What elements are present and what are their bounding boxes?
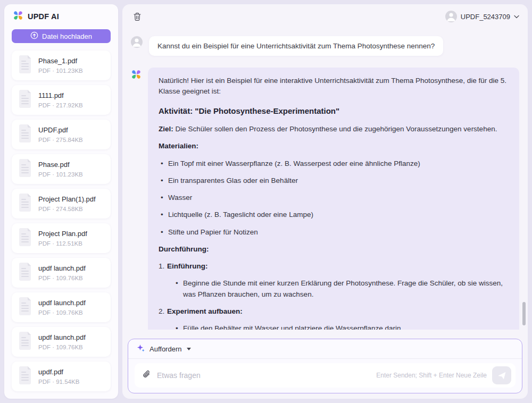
file-list-item[interactable]: updf launch.pdf PDF · 109.76KB bbox=[12, 292, 111, 322]
message-list: Kannst du ein Beispiel für eine Unterric… bbox=[122, 29, 528, 330]
file-name: updf launch.pdf bbox=[38, 333, 86, 342]
file-list-item[interactable]: updf launch.pdf PDF · 109.76KB bbox=[12, 327, 111, 357]
pdf-file-icon bbox=[17, 366, 33, 387]
file-list-item[interactable]: updf launch.pdf PDF · 109.76KB bbox=[12, 258, 111, 288]
file-meta: PDF · 275.84KB bbox=[38, 137, 83, 143]
procedure-steps: 1.Einführung: Beginne die Stunde mit ein… bbox=[159, 261, 509, 330]
file-name: UPDF.pdf bbox=[38, 126, 83, 135]
file-meta: PDF · 217.92KB bbox=[38, 102, 83, 108]
file-name: updf launch.pdf bbox=[38, 264, 86, 273]
file-list-item[interactable]: Phase_1.pdf PDF · 101.23KB bbox=[12, 51, 111, 80]
pdf-file-icon bbox=[17, 332, 33, 352]
materials-list: Ein Topf mit einer Wasserpflanze (z. B. … bbox=[160, 158, 509, 238]
file-meta: PDF · 112.51KB bbox=[38, 240, 87, 247]
scrollbar-thumb[interactable] bbox=[522, 302, 526, 325]
send-plane-icon bbox=[497, 371, 506, 380]
file-meta: PDF · 274.58KB bbox=[38, 206, 96, 212]
materials-label: Materialien: bbox=[159, 141, 509, 152]
file-meta: PDF · 101.23KB bbox=[38, 68, 83, 74]
step-bullet: Fülle den Behälter mit Wasser und platzi… bbox=[174, 323, 509, 330]
pdf-file-icon bbox=[17, 55, 33, 75]
upload-button-label: Datei hochladen bbox=[42, 32, 92, 40]
procedure-label: Durchführung: bbox=[159, 244, 509, 255]
ai-message-bubble: Natürlich! Hier ist ein Beispiel für ein… bbox=[148, 68, 519, 330]
file-meta: PDF · 101.23KB bbox=[38, 171, 83, 178]
message-input-row: Enter Senden; Shift + Enter Neue Zeile bbox=[135, 363, 516, 388]
file-list: Phase_1.pdf PDF · 101.23KB bbox=[4, 48, 118, 399]
file-list-item[interactable]: Project Plan(1).pdf PDF · 274.58KB bbox=[12, 189, 111, 219]
pdf-file-icon bbox=[17, 194, 33, 214]
step-number: 1. bbox=[159, 261, 167, 272]
file-meta: PDF · 109.76KB bbox=[38, 275, 86, 281]
pdf-file-icon bbox=[17, 228, 33, 248]
chevron-down-icon bbox=[514, 15, 519, 19]
upload-file-button[interactable]: Datei hochladen bbox=[12, 29, 111, 43]
file-name: 1111.pdf bbox=[38, 91, 83, 100]
file-list-item[interactable]: Project Plan.pdf PDF · 112.51KB bbox=[12, 223, 111, 253]
file-name: Project Plan(1).pdf bbox=[38, 195, 96, 204]
file-name: Project Plan.pdf bbox=[38, 230, 87, 238]
user-avatar bbox=[445, 11, 457, 22]
material-item: Ein Topf mit einer Wasserpflanze (z. B. … bbox=[160, 158, 509, 169]
send-button[interactable] bbox=[492, 366, 511, 384]
app-header: UPDF AI bbox=[4, 4, 118, 28]
composer: Auffordern Enter Senden; Shift + Enter N… bbox=[128, 339, 522, 393]
activity-title: Aktivität: "Die Photosynthese-Experiment… bbox=[159, 105, 509, 117]
prompt-mode-label: Auffordern bbox=[149, 345, 181, 353]
file-name: updf launch.pdf bbox=[38, 299, 86, 307]
ai-message-row: Natürlich! Hier ist ein Beispiel für ein… bbox=[122, 68, 528, 330]
step-bullets: Beginne die Stunde mit einer kurzen Erkl… bbox=[174, 278, 509, 300]
material-item: Ein transparentes Glas oder ein Behälter bbox=[160, 175, 509, 186]
file-meta: PDF · 109.76KB bbox=[38, 344, 86, 350]
material-item: Wasser bbox=[160, 192, 509, 203]
step-bullet: Beginne die Stunde mit einer kurzen Erkl… bbox=[174, 278, 509, 300]
user-message-bubble: Kannst du ein Beispiel für eine Unterric… bbox=[149, 36, 443, 56]
pdf-file-icon bbox=[17, 159, 33, 179]
file-list-item[interactable]: 1111.pdf PDF · 217.92KB bbox=[12, 85, 111, 115]
delete-chat-button[interactable] bbox=[131, 10, 144, 23]
upload-icon bbox=[30, 31, 38, 41]
step-title: Experiment aufbauen: bbox=[167, 307, 243, 315]
file-name: updf.pdf bbox=[38, 368, 79, 376]
step-bullets: Fülle den Behälter mit Wasser und platzi… bbox=[174, 323, 509, 330]
trash-icon bbox=[133, 12, 142, 21]
caret-down-icon bbox=[187, 348, 191, 350]
goal-line: Ziel: Die Schüler sollen den Prozess der… bbox=[159, 124, 509, 135]
file-meta: PDF · 91.54KB bbox=[38, 379, 79, 385]
sparkle-icon bbox=[137, 344, 145, 354]
chat-topbar: UPDF_5243709 bbox=[122, 4, 528, 29]
file-meta: PDF · 109.76KB bbox=[38, 309, 86, 316]
file-name: Phase.pdf bbox=[38, 161, 83, 169]
updf-ai-avatar-icon bbox=[131, 69, 142, 82]
procedure-step: 1.Einführung: Beginne die Stunde mit ein… bbox=[159, 261, 509, 300]
pdf-file-icon bbox=[17, 263, 33, 283]
pdf-file-icon bbox=[17, 124, 33, 145]
user-avatar bbox=[131, 36, 143, 48]
material-item: Stifte und Papier für Notizen bbox=[160, 227, 509, 238]
attach-file-icon[interactable] bbox=[142, 370, 152, 382]
file-list-item[interactable]: UPDF.pdf PDF · 275.84KB bbox=[12, 120, 111, 149]
message-input[interactable] bbox=[157, 371, 371, 380]
goal-label: Ziel: bbox=[159, 125, 173, 133]
user-account-menu[interactable]: UPDF_5243709 bbox=[445, 11, 519, 22]
procedure-step: 2.Experiment aufbauen: Fülle den Behälte… bbox=[159, 306, 509, 330]
file-name: Phase_1.pdf bbox=[38, 57, 83, 65]
prompt-mode-dropdown[interactable]: Auffordern bbox=[128, 339, 522, 359]
file-list-item[interactable]: updf.pdf PDF · 91.54KB bbox=[12, 362, 111, 391]
username: UPDF_5243709 bbox=[461, 13, 510, 21]
material-item: Lichtquelle (z. B. Tageslicht oder eine … bbox=[160, 209, 509, 220]
app-title: UPDF AI bbox=[28, 12, 59, 21]
step-title: Einführung: bbox=[167, 262, 207, 270]
ai-intro: Natürlich! Hier ist ein Beispiel für ein… bbox=[159, 75, 509, 97]
updf-ai-logo-icon bbox=[13, 10, 23, 23]
keyboard-hint: Enter Senden; Shift + Enter Neue Zeile bbox=[376, 372, 487, 379]
chat-panel: UPDF_5243709 Kannst du ein Beispiel für … bbox=[122, 4, 528, 399]
goal-text: Die Schüler sollen den Prozess der Photo… bbox=[173, 125, 497, 133]
step-number: 2. bbox=[159, 306, 167, 317]
user-message-row: Kannst du ein Beispiel für eine Unterric… bbox=[122, 36, 528, 56]
pdf-file-icon bbox=[17, 297, 33, 317]
sidebar: UPDF AI Datei hochladen bbox=[4, 4, 118, 399]
file-list-item[interactable]: Phase.pdf PDF · 101.23KB bbox=[12, 154, 111, 184]
pdf-file-icon bbox=[17, 90, 33, 110]
